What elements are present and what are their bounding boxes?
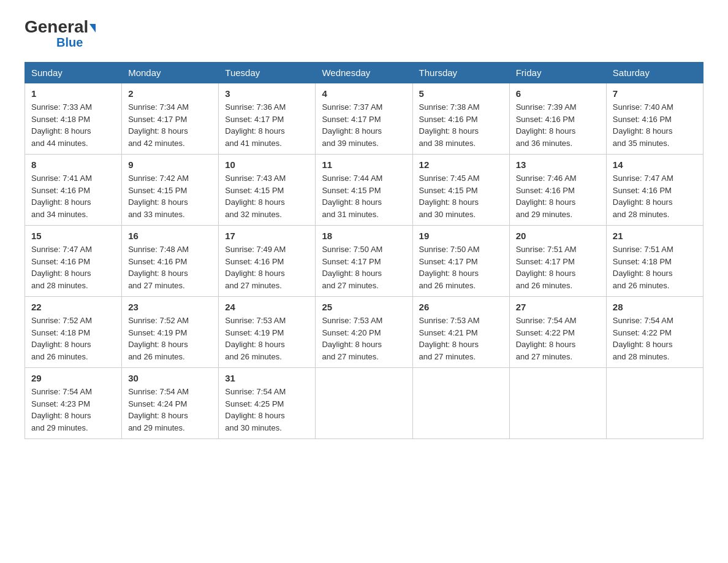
- calendar-cell: 21 Sunrise: 7:51 AM Sunset: 4:18 PM Dayl…: [606, 226, 703, 297]
- logo-text: General: [25, 18, 96, 36]
- calendar-cell: 31 Sunrise: 7:54 AM Sunset: 4:25 PM Dayl…: [219, 368, 316, 439]
- day-number: 29: [31, 373, 115, 383]
- day-number: 18: [322, 231, 406, 241]
- day-number: 14: [613, 159, 697, 170]
- day-number: 27: [516, 302, 600, 312]
- calendar-week-row: 1 Sunrise: 7:33 AM Sunset: 4:18 PM Dayli…: [25, 83, 703, 155]
- day-number: 4: [322, 88, 406, 99]
- day-number: 6: [516, 88, 600, 99]
- day-info: Sunrise: 7:38 AM Sunset: 4:16 PM Dayligh…: [419, 101, 503, 149]
- col-header-thursday: Thursday: [412, 63, 509, 83]
- day-info: Sunrise: 7:54 AM Sunset: 4:25 PM Dayligh…: [225, 386, 309, 434]
- calendar-cell: 18 Sunrise: 7:50 AM Sunset: 4:17 PM Dayl…: [316, 226, 412, 297]
- day-info: Sunrise: 7:50 AM Sunset: 4:17 PM Dayligh…: [419, 243, 503, 291]
- calendar-cell: 24 Sunrise: 7:53 AM Sunset: 4:19 PM Dayl…: [219, 297, 316, 368]
- day-number: 1: [31, 88, 115, 99]
- day-info: Sunrise: 7:49 AM Sunset: 4:16 PM Dayligh…: [225, 243, 309, 291]
- calendar-header-row: SundayMondayTuesdayWednesdayThursdayFrid…: [25, 63, 703, 83]
- calendar-cell: 8 Sunrise: 7:41 AM Sunset: 4:16 PM Dayli…: [25, 155, 122, 226]
- calendar-cell: 1 Sunrise: 7:33 AM Sunset: 4:18 PM Dayli…: [25, 83, 122, 155]
- calendar-cell: 11 Sunrise: 7:44 AM Sunset: 4:15 PM Dayl…: [316, 155, 412, 226]
- day-number: 11: [322, 159, 406, 170]
- calendar-cell: 23 Sunrise: 7:52 AM Sunset: 4:19 PM Dayl…: [122, 297, 219, 368]
- day-number: 10: [225, 159, 309, 170]
- calendar-cell: 27 Sunrise: 7:54 AM Sunset: 4:22 PM Dayl…: [509, 297, 606, 368]
- calendar-cell: 16 Sunrise: 7:48 AM Sunset: 4:16 PM Dayl…: [122, 226, 219, 297]
- col-header-sunday: Sunday: [25, 63, 122, 83]
- calendar-cell: 2 Sunrise: 7:34 AM Sunset: 4:17 PM Dayli…: [122, 83, 219, 155]
- day-number: 28: [613, 302, 697, 312]
- logo: General Blue: [25, 18, 96, 50]
- day-number: 5: [419, 88, 503, 99]
- day-info: Sunrise: 7:54 AM Sunset: 4:23 PM Dayligh…: [31, 386, 115, 434]
- calendar-week-row: 8 Sunrise: 7:41 AM Sunset: 4:16 PM Dayli…: [25, 155, 703, 226]
- day-info: Sunrise: 7:51 AM Sunset: 4:17 PM Dayligh…: [516, 243, 600, 291]
- calendar-cell: 10 Sunrise: 7:43 AM Sunset: 4:15 PM Dayl…: [219, 155, 316, 226]
- day-info: Sunrise: 7:36 AM Sunset: 4:17 PM Dayligh…: [225, 101, 309, 149]
- day-number: 19: [419, 231, 503, 241]
- day-info: Sunrise: 7:37 AM Sunset: 4:17 PM Dayligh…: [322, 101, 406, 149]
- calendar-cell: 29 Sunrise: 7:54 AM Sunset: 4:23 PM Dayl…: [25, 368, 122, 439]
- day-info: Sunrise: 7:52 AM Sunset: 4:18 PM Dayligh…: [31, 315, 115, 362]
- col-header-saturday: Saturday: [606, 63, 703, 83]
- day-info: Sunrise: 7:53 AM Sunset: 4:21 PM Dayligh…: [419, 315, 503, 362]
- day-info: Sunrise: 7:48 AM Sunset: 4:16 PM Dayligh…: [128, 243, 212, 291]
- calendar-cell: 14 Sunrise: 7:47 AM Sunset: 4:16 PM Dayl…: [606, 155, 703, 226]
- day-info: Sunrise: 7:42 AM Sunset: 4:15 PM Dayligh…: [128, 172, 212, 220]
- calendar-cell: 25 Sunrise: 7:53 AM Sunset: 4:20 PM Dayl…: [316, 297, 412, 368]
- calendar-cell: 3 Sunrise: 7:36 AM Sunset: 4:17 PM Dayli…: [219, 83, 316, 155]
- day-number: 23: [128, 302, 212, 312]
- day-info: Sunrise: 7:45 AM Sunset: 4:15 PM Dayligh…: [419, 172, 503, 220]
- calendar-cell: 19 Sunrise: 7:50 AM Sunset: 4:17 PM Dayl…: [412, 226, 509, 297]
- calendar-cell: [606, 368, 703, 439]
- col-header-friday: Friday: [509, 63, 606, 83]
- calendar-cell: 17 Sunrise: 7:49 AM Sunset: 4:16 PM Dayl…: [219, 226, 316, 297]
- day-number: 26: [419, 302, 503, 312]
- day-info: Sunrise: 7:41 AM Sunset: 4:16 PM Dayligh…: [31, 172, 115, 220]
- logo-blue-text: Blue: [56, 36, 83, 50]
- calendar-cell: 13 Sunrise: 7:46 AM Sunset: 4:16 PM Dayl…: [509, 155, 606, 226]
- day-number: 13: [516, 159, 600, 170]
- day-number: 2: [128, 88, 212, 99]
- day-number: 7: [613, 88, 697, 99]
- day-number: 17: [225, 231, 309, 241]
- day-info: Sunrise: 7:47 AM Sunset: 4:16 PM Dayligh…: [613, 172, 697, 220]
- day-number: 24: [225, 302, 309, 312]
- calendar-cell: 12 Sunrise: 7:45 AM Sunset: 4:15 PM Dayl…: [412, 155, 509, 226]
- calendar-cell: 26 Sunrise: 7:53 AM Sunset: 4:21 PM Dayl…: [412, 297, 509, 368]
- day-number: 3: [225, 88, 309, 99]
- day-number: 12: [419, 159, 503, 170]
- calendar-cell: 7 Sunrise: 7:40 AM Sunset: 4:16 PM Dayli…: [606, 83, 703, 155]
- day-number: 22: [31, 302, 115, 312]
- logo-triangle-icon: [89, 24, 96, 33]
- day-number: 25: [322, 302, 406, 312]
- calendar-cell: [509, 368, 606, 439]
- calendar-cell: 15 Sunrise: 7:47 AM Sunset: 4:16 PM Dayl…: [25, 226, 122, 297]
- day-number: 15: [31, 231, 115, 241]
- day-info: Sunrise: 7:50 AM Sunset: 4:17 PM Dayligh…: [322, 243, 406, 291]
- day-info: Sunrise: 7:39 AM Sunset: 4:16 PM Dayligh…: [516, 101, 600, 149]
- day-info: Sunrise: 7:54 AM Sunset: 4:22 PM Dayligh…: [613, 315, 697, 362]
- day-info: Sunrise: 7:44 AM Sunset: 4:15 PM Dayligh…: [322, 172, 406, 220]
- day-info: Sunrise: 7:51 AM Sunset: 4:18 PM Dayligh…: [613, 243, 697, 291]
- calendar-week-row: 22 Sunrise: 7:52 AM Sunset: 4:18 PM Dayl…: [25, 297, 703, 368]
- day-info: Sunrise: 7:53 AM Sunset: 4:19 PM Dayligh…: [225, 315, 309, 362]
- col-header-monday: Monday: [122, 63, 219, 83]
- calendar-cell: [412, 368, 509, 439]
- day-number: 8: [31, 159, 115, 170]
- day-info: Sunrise: 7:40 AM Sunset: 4:16 PM Dayligh…: [613, 101, 697, 149]
- day-info: Sunrise: 7:33 AM Sunset: 4:18 PM Dayligh…: [31, 101, 115, 149]
- calendar-cell: 30 Sunrise: 7:54 AM Sunset: 4:24 PM Dayl…: [122, 368, 219, 439]
- day-number: 30: [128, 373, 212, 383]
- calendar-table: SundayMondayTuesdayWednesdayThursdayFrid…: [25, 62, 703, 439]
- calendar-week-row: 15 Sunrise: 7:47 AM Sunset: 4:16 PM Dayl…: [25, 226, 703, 297]
- calendar-cell: 5 Sunrise: 7:38 AM Sunset: 4:16 PM Dayli…: [412, 83, 509, 155]
- col-header-wednesday: Wednesday: [316, 63, 412, 83]
- page-header: General Blue: [25, 18, 703, 50]
- day-info: Sunrise: 7:52 AM Sunset: 4:19 PM Dayligh…: [128, 315, 212, 362]
- day-info: Sunrise: 7:54 AM Sunset: 4:22 PM Dayligh…: [516, 315, 600, 362]
- day-info: Sunrise: 7:53 AM Sunset: 4:20 PM Dayligh…: [322, 315, 406, 362]
- day-info: Sunrise: 7:43 AM Sunset: 4:15 PM Dayligh…: [225, 172, 309, 220]
- calendar-cell: 28 Sunrise: 7:54 AM Sunset: 4:22 PM Dayl…: [606, 297, 703, 368]
- day-number: 31: [225, 373, 309, 383]
